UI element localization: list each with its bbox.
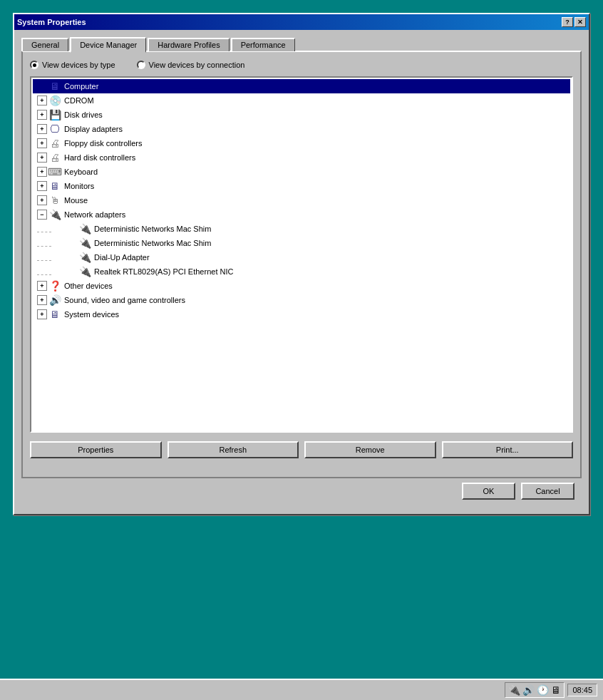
- action-buttons-row: Properties Refresh Remove Print...: [30, 441, 573, 458]
- tree-item-cdrom[interactable]: +💿CDROM: [33, 93, 570, 108]
- expander-other[interactable]: +: [37, 281, 47, 291]
- icon-realtek: 🔌: [78, 266, 91, 277]
- tab-hardware-profiles[interactable]: Hardware Profiles: [148, 38, 229, 51]
- tab-panel-device-manager: View devices by type View devices by con…: [21, 51, 582, 478]
- print-button[interactable]: Print...: [442, 441, 574, 458]
- tree-item-net2[interactable]: 🔌Deterministic Networks Mac Shim: [33, 236, 570, 250]
- label-dialup: Dial-Up Adapter: [94, 253, 150, 262]
- dialog-title: System Properties: [17, 18, 86, 26]
- refresh-button[interactable]: Refresh: [168, 441, 299, 458]
- icon-network: 🔌: [48, 209, 61, 220]
- icon-sound: 🔊: [48, 294, 61, 306]
- tree-item-network[interactable]: −🔌Network adapters: [33, 207, 570, 222]
- icon-mouse: 🖱: [48, 195, 61, 206]
- ok-button[interactable]: OK: [462, 483, 515, 500]
- icon-other: ❓: [48, 280, 61, 292]
- icon-cdrom: 💿: [48, 95, 61, 106]
- display-tray-icon: 🖥: [551, 684, 561, 696]
- system-properties-dialog: System Properties ? ✕ General Device Man…: [13, 13, 590, 515]
- icon-floppy: 🖨: [48, 138, 61, 149]
- radio-by-type-label[interactable]: View devices by type: [30, 61, 115, 69]
- icon-dialup: 🔌: [78, 252, 91, 263]
- icon-keyboard: ⌨: [48, 166, 61, 177]
- icon-computer: 🖥: [48, 81, 61, 92]
- close-button[interactable]: ✕: [574, 17, 586, 27]
- expander-system[interactable]: +: [37, 309, 47, 319]
- icon-net2: 🔌: [78, 237, 91, 249]
- label-monitors: Monitors: [64, 182, 94, 190]
- tab-performance[interactable]: Performance: [231, 38, 295, 51]
- icon-monitors: 🖥: [48, 180, 61, 192]
- help-button[interactable]: ?: [562, 17, 573, 27]
- tree-item-other[interactable]: +❓Other devices: [33, 279, 570, 293]
- radio-by-connection-label[interactable]: View devices by connection: [137, 61, 245, 69]
- label-network: Network adapters: [64, 210, 125, 219]
- properties-button[interactable]: Properties: [30, 441, 162, 458]
- remove-button[interactable]: Remove: [304, 441, 436, 458]
- icon-display: 🖵: [48, 123, 61, 135]
- expander-disk[interactable]: +: [37, 110, 47, 120]
- label-net1: Deterministic Networks Mac Shim: [94, 225, 211, 233]
- system-tray: 🔌 🔊 🕐 🖥: [505, 682, 565, 698]
- expander-mouse[interactable]: +: [37, 195, 47, 205]
- expander-monitors[interactable]: +: [37, 181, 47, 191]
- tree-item-sound[interactable]: +🔊Sound, video and game controllers: [33, 293, 570, 307]
- radio-by-type[interactable]: [30, 61, 38, 69]
- label-sound: Sound, video and game controllers: [64, 296, 185, 304]
- tree-item-net1[interactable]: 🔌Deterministic Networks Mac Shim: [33, 222, 570, 236]
- tree-item-disk[interactable]: +💾Disk drives: [33, 108, 570, 122]
- label-computer: Computer: [64, 82, 98, 91]
- cancel-button[interactable]: Cancel: [521, 483, 574, 500]
- expander-display[interactable]: +: [37, 124, 47, 134]
- label-disk: Disk drives: [64, 110, 103, 119]
- tab-device-manager[interactable]: Device Manager: [70, 37, 146, 53]
- dialog-content: General Device Manager Hardware Profiles…: [14, 30, 589, 514]
- tree-item-monitors[interactable]: +🖥Monitors: [33, 179, 570, 193]
- label-display: Display adapters: [64, 125, 123, 133]
- tree-item-dialup[interactable]: 🔌Dial-Up Adapter: [33, 250, 570, 264]
- title-controls: ? ✕: [562, 17, 586, 27]
- tree-item-computer[interactable]: 🖥Computer: [33, 79, 570, 93]
- device-tree[interactable]: 🖥Computer+💿CDROM+💾Disk drives+🖵Display a…: [30, 76, 573, 433]
- label-other: Other devices: [64, 282, 113, 290]
- label-system: System devices: [64, 310, 119, 319]
- icon-harddisk: 🖨: [48, 152, 61, 163]
- label-cdrom: CDROM: [64, 96, 94, 105]
- title-bar: System Properties ? ✕: [14, 14, 589, 30]
- expander-keyboard[interactable]: +: [37, 167, 47, 177]
- label-mouse: Mouse: [64, 196, 88, 205]
- ok-cancel-row: OK Cancel: [21, 478, 582, 507]
- taskbar: 🔌 🔊 🕐 🖥 08:45: [0, 679, 603, 700]
- network-tray-icon: 🔌: [508, 684, 520, 696]
- expander-cdrom[interactable]: +: [37, 96, 47, 105]
- label-keyboard: Keyboard: [64, 168, 98, 176]
- icon-net1: 🔌: [78, 223, 91, 235]
- label-net2: Deterministic Networks Mac Shim: [94, 239, 211, 247]
- label-harddisk: Hard disk controllers: [64, 153, 135, 162]
- tree-item-keyboard[interactable]: +⌨Keyboard: [33, 165, 570, 179]
- expander-sound[interactable]: +: [37, 295, 47, 305]
- tree-item-display[interactable]: +🖵Display adapters: [33, 122, 570, 136]
- icon-system: 🖥: [48, 309, 61, 320]
- expander-floppy[interactable]: +: [37, 138, 47, 148]
- tab-bar: General Device Manager Hardware Profiles…: [21, 36, 582, 51]
- tree-item-system[interactable]: +🖥System devices: [33, 307, 570, 321]
- label-realtek: Realtek RTL8029(AS) PCI Ethernet NIC: [94, 267, 233, 276]
- tree-item-floppy[interactable]: +🖨Floppy disk controllers: [33, 136, 570, 150]
- clock-icon: 🕐: [537, 684, 549, 696]
- tab-general[interactable]: General: [21, 38, 68, 51]
- tree-item-realtek[interactable]: 🔌Realtek RTL8029(AS) PCI Ethernet NIC: [33, 264, 570, 279]
- tree-item-mouse[interactable]: +🖱Mouse: [33, 193, 570, 207]
- tree-item-harddisk[interactable]: +🖨Hard disk controllers: [33, 150, 570, 165]
- radio-by-connection[interactable]: [137, 61, 145, 69]
- taskbar-clock: 08:45: [567, 684, 597, 696]
- speaker-tray-icon: 🔊: [522, 684, 535, 696]
- icon-disk: 💾: [48, 109, 61, 120]
- label-floppy: Floppy disk controllers: [64, 139, 142, 148]
- expander-harddisk[interactable]: +: [37, 153, 47, 163]
- expander-network[interactable]: −: [37, 210, 47, 220]
- view-options-row: View devices by type View devices by con…: [30, 61, 573, 69]
